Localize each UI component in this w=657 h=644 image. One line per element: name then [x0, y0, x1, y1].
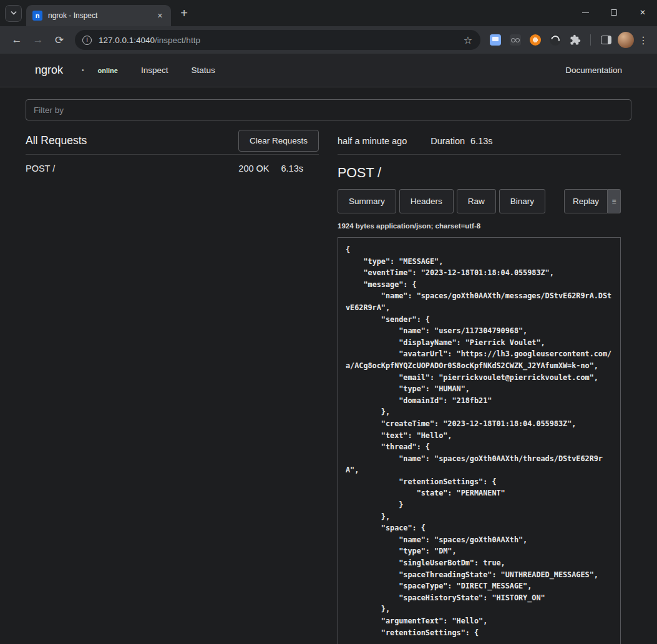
request-body-json[interactable]: { "type": "MESSAGE", "eventTime": "2023-…	[338, 237, 621, 644]
forward-button[interactable]: →	[27, 29, 49, 51]
ngrok-favicon-icon: n	[32, 11, 42, 21]
window-close-button[interactable]: ✕	[628, 0, 657, 25]
nav-documentation[interactable]: Documentation	[565, 66, 622, 75]
address-bar[interactable]: i 127.0.0.1:4040/inspect/http ☆	[75, 30, 480, 50]
side-panel-button[interactable]	[596, 30, 616, 50]
tab-binary[interactable]: Binary	[499, 189, 545, 213]
window-maximize-button[interactable]	[600, 0, 628, 25]
request-detail-panel: half a minute ago Duration6.13s POST / S…	[338, 127, 621, 644]
tab-summary[interactable]: Summary	[338, 189, 396, 213]
extension-swirl-glyph	[550, 34, 561, 46]
detail-tabs: Summary Headers Raw Binary Replay ≡	[338, 189, 621, 213]
extension-blue-glyph	[490, 34, 501, 46]
browser-window: n ngrok - Inspect ✕ + ✕ ← → ⟳ i 127.0.0.…	[0, 0, 657, 644]
requests-panel: All Requests Clear Requests POST / 200 O…	[26, 127, 319, 644]
tab-title: ngrok - Inspect	[48, 11, 149, 20]
browser-menu-button[interactable]: ⋮	[636, 30, 651, 50]
chevron-down-icon	[10, 11, 17, 16]
new-tab-button[interactable]: +	[175, 4, 193, 22]
nav-inspect[interactable]: Inspect	[141, 66, 168, 75]
back-button[interactable]: ←	[6, 29, 27, 51]
request-duration: 6.13s	[281, 163, 303, 173]
extension-glasses-icon[interactable]	[505, 30, 525, 50]
request-row-meta: 200 OK 6.13s	[238, 163, 319, 173]
url-text: 127.0.0.1:4040/inspect/http	[99, 36, 459, 45]
tab-raw[interactable]: Raw	[457, 189, 496, 213]
toolbar-divider	[590, 34, 591, 46]
request-time-ago: half a minute ago	[338, 136, 407, 146]
ngrok-header: ngrok • online Inspect Status Documentat…	[0, 54, 657, 87]
refresh-button[interactable]: ⟳	[49, 29, 70, 51]
tab-strip: n ngrok - Inspect ✕ + ✕	[0, 0, 657, 26]
maximize-icon	[611, 9, 617, 16]
bookmark-star-icon[interactable]: ☆	[459, 31, 477, 49]
replay-menu-button[interactable]: ≡	[608, 189, 621, 213]
content-meta: 1924 bytes application/json; charset=utf…	[338, 222, 621, 230]
site-info-icon[interactable]: i	[82, 36, 92, 45]
filter-input[interactable]	[26, 99, 631, 120]
request-method-path: POST /	[26, 163, 55, 173]
extensions-puzzle-icon[interactable]	[565, 30, 585, 50]
browser-tab[interactable]: n ngrok - Inspect ✕	[26, 5, 171, 26]
clear-requests-button[interactable]: Clear Requests	[238, 130, 319, 152]
inspect-columns: All Requests Clear Requests POST / 200 O…	[26, 127, 621, 644]
duration-value: 6.13s	[470, 136, 492, 146]
detail-panel-header: half a minute ago Duration6.13s	[338, 127, 621, 155]
status-bullet-icon: •	[82, 67, 84, 74]
window-controls: ✕	[571, 0, 657, 25]
window-minimize-button[interactable]	[571, 0, 600, 25]
ngrok-logo[interactable]: ngrok	[35, 64, 63, 77]
extension-orange-glyph	[530, 34, 541, 46]
extension-glasses-glyph	[510, 34, 521, 46]
url-host: 127.0.0.1:4040	[99, 36, 155, 45]
tab-headers[interactable]: Headers	[399, 189, 454, 213]
side-panel-icon	[601, 36, 611, 44]
nav-status[interactable]: Status	[191, 66, 215, 75]
all-requests-title: All Requests	[26, 134, 87, 147]
duration-label: Duration	[431, 136, 465, 146]
extension-blue-icon[interactable]	[485, 30, 505, 50]
tab-close-icon[interactable]: ✕	[155, 11, 165, 21]
tab-search-button[interactable]	[5, 5, 22, 22]
request-row[interactable]: POST / 200 OK 6.13s	[26, 155, 319, 182]
tunnel-status: online	[98, 67, 118, 74]
puzzle-icon	[570, 34, 581, 46]
inspect-content: All Requests Clear Requests POST / 200 O…	[0, 87, 657, 644]
request-duration-group: Duration6.13s	[431, 136, 492, 146]
requests-panel-header: All Requests Clear Requests	[26, 127, 319, 155]
url-path: /inspect/http	[155, 36, 200, 45]
browser-toolbar: ← → ⟳ i 127.0.0.1:4040/inspect/http ☆ ⋮	[0, 26, 657, 54]
request-status: 200 OK	[238, 163, 269, 173]
extension-orange-icon[interactable]	[525, 30, 545, 50]
minimize-icon	[582, 12, 589, 13]
replay-button[interactable]: Replay	[564, 189, 608, 213]
profile-avatar	[618, 32, 634, 48]
replay-group: Replay ≡	[564, 189, 621, 213]
request-title: POST /	[338, 165, 621, 181]
profile-button[interactable]	[616, 30, 636, 50]
extension-swirl-icon[interactable]	[545, 30, 565, 50]
ngrok-inspect-page: ngrok • online Inspect Status Documentat…	[0, 54, 657, 644]
